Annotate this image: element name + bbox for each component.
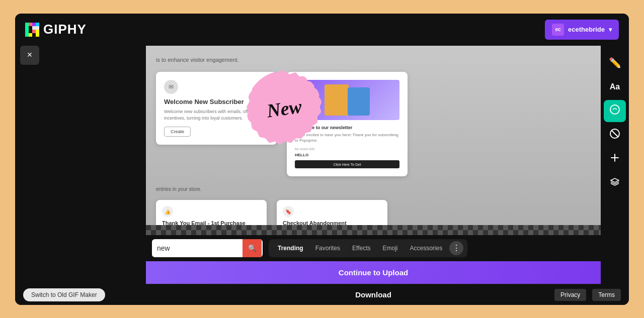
checkout-card: 🔖 Checkout Abandonment Bring an email to… (277, 200, 387, 225)
svg-rect-7 (36, 30, 39, 37)
tab-trending[interactable]: Trending (273, 242, 308, 254)
app-window: GIPHY ec ecethebride ▾ × is to enhance v… (15, 14, 629, 305)
cta-text: Click Here To Get (334, 163, 361, 166)
giphy-logo-icon (25, 23, 39, 37)
thank-title: Thank You Email - 1st Purchase (162, 220, 261, 225)
preview-middle-text: entries in your store. (156, 186, 591, 192)
thank-you-card: 👍 Thank You Email - 1st Purchase Use and… (156, 200, 267, 225)
logo-area: GIPHY (25, 22, 87, 37)
main-content: × is to enhance visitor engagement. ✉ We… (15, 46, 629, 305)
sticker-text: New (265, 95, 303, 122)
app-title: GIPHY (43, 22, 87, 37)
username-label: ecethebride (568, 26, 605, 33)
terms-link[interactable]: Terms (592, 289, 621, 301)
preview-bottom-row: 👍 Thank You Email - 1st Purchase Use and… (156, 200, 591, 225)
thank-icon: 👍 (162, 206, 173, 217)
preview-cards-row: ✉ Welcome New Subscriber Welcome new sub… (156, 72, 591, 176)
svg-rect-0 (25, 23, 29, 37)
right-toolbar: ✏️ Aa (601, 46, 629, 305)
sticker-shape: New (247, 71, 322, 146)
chevron-down-icon: ▾ (609, 26, 612, 33)
card-icon: ✉ (164, 80, 178, 94)
user-menu-button[interactable]: ec ecethebride ▾ (545, 20, 619, 40)
gif-preview: is to enhance visitor engagement. ✉ Welc… (146, 46, 601, 225)
search-input[interactable] (152, 240, 243, 256)
svg-line-10 (611, 130, 618, 137)
svg-point-8 (610, 105, 619, 114)
checkout-icon: 🔖 (283, 206, 294, 217)
card-button: Create (164, 127, 191, 137)
preview-top-text: is to enhance visitor engagement. (156, 56, 591, 64)
close-button[interactable]: × (20, 46, 39, 65)
search-button[interactable]: 🔍 (243, 239, 262, 257)
sticker-overlay[interactable]: New (247, 71, 327, 151)
text-icon: Aa (610, 82, 620, 91)
filter-more-button[interactable]: ⋮ (449, 241, 463, 255)
close-icon: × (27, 50, 33, 60)
text-tool-button[interactable]: Aa (604, 76, 626, 98)
tab-effects[interactable]: Effects (347, 242, 375, 254)
center-panel: is to enhance visitor engagement. ✉ Welc… (146, 46, 601, 305)
filter-tabs: Trending Favorites Effects Emoji Accesso… (269, 239, 467, 257)
svg-rect-1 (29, 23, 32, 26)
tab-accessories[interactable]: Accessories (405, 242, 448, 254)
bottom-bar: Switch to Old GIF Maker Privacy Terms (15, 285, 629, 305)
svg-rect-5 (32, 26, 39, 30)
switch-old-button[interactable]: Switch to Old GIF Maker (23, 288, 105, 301)
avatar: ec (552, 24, 564, 36)
filter-tool-button[interactable] (604, 124, 626, 146)
checker-strip (146, 225, 601, 235)
svg-rect-6 (32, 30, 36, 33)
left-panel: × (15, 46, 146, 305)
svg-rect-4 (29, 33, 32, 37)
svg-rect-3 (36, 23, 39, 26)
svg-rect-2 (32, 23, 36, 26)
search-icon: 🔍 (248, 244, 257, 252)
avatar-initials: ec (555, 27, 560, 32)
search-input-wrap: 🔍 (152, 239, 263, 257)
sticker-tool-button[interactable] (604, 100, 626, 122)
newsletter-cta: Click Here To Get (295, 160, 399, 168)
tab-emoji[interactable]: Emoji (378, 242, 403, 254)
privacy-link[interactable]: Privacy (554, 289, 586, 301)
crop-icon (609, 152, 620, 166)
tab-favorites[interactable]: Favorites (310, 242, 345, 254)
more-icon: ⋮ (452, 243, 460, 253)
sticker-icon (609, 104, 620, 118)
crop-tool-button[interactable] (604, 148, 626, 170)
filter-icon (609, 128, 620, 142)
checkout-title: Checkout Abandonment (283, 220, 381, 225)
header: GIPHY ec ecethebride ▾ (15, 14, 629, 46)
bottom-links: Privacy Terms (554, 289, 621, 301)
search-area: 🔍 Trending Favorites Effects Emoji Acces… (146, 235, 601, 261)
pencil-icon: ✏️ (609, 57, 621, 69)
draw-tool-button[interactable]: ✏️ (604, 52, 626, 74)
continue-upload-button[interactable]: Continue to Upload (146, 261, 601, 284)
layers-tool-button[interactable] (604, 172, 626, 194)
layers-icon (609, 176, 620, 190)
preview-content: is to enhance visitor engagement. ✉ Welc… (146, 46, 601, 225)
